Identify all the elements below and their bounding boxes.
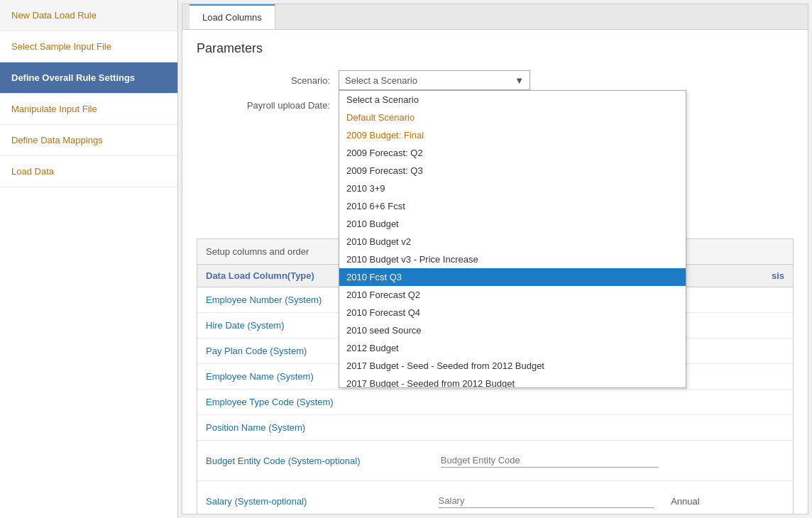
sidebar-item-label: Manipulate Input File — [11, 104, 97, 114]
tab-label: Load Columns — [202, 12, 262, 23]
sidebar-item-manipulate-input[interactable]: Manipulate Input File — [0, 94, 177, 125]
dropdown-item-13[interactable]: 2010 seed Source — [339, 321, 686, 339]
page-title: Parameters — [197, 41, 794, 56]
sidebar-item-label: Define Overall Rule Settings — [11, 72, 135, 83]
tab-load-columns[interactable]: Load Columns — [190, 4, 275, 29]
sidebar-item-define-overall-rule[interactable]: Define Overall Rule Settings — [0, 62, 177, 94]
dropdown-item-2[interactable]: 2009 Budget: Final — [339, 126, 686, 144]
scenario-select-button[interactable]: Select a Scenario ▼ — [339, 70, 530, 90]
dropdown-item-4[interactable]: 2009 Forecast: Q3 — [339, 162, 686, 180]
cell-position-name: Position Name (System) — [197, 415, 432, 440]
sidebar-item-label: Select Sample Input File — [11, 41, 111, 52]
cell-budget-entity-label: Budget Entity Code (System-optional) — [197, 448, 432, 473]
cell-position-name-extra — [667, 421, 793, 435]
salary-input[interactable] — [439, 494, 654, 508]
sidebar-item-load-data[interactable]: Load Data — [0, 156, 177, 187]
sidebar-item-define-data-mappings[interactable]: Define Data Mappings — [0, 125, 177, 156]
table-row: Position Name (System) — [197, 415, 793, 441]
cell-position-name-val — [432, 421, 667, 435]
dropdown-item-14[interactable]: 2012 Budget — [339, 339, 686, 357]
optional-row-salary: Salary (System-optional) Annual — [197, 481, 793, 514]
dropdown-item-11[interactable]: 2010 Forecast Q2 — [339, 286, 686, 304]
sidebar: New Data Load Rule Select Sample Input F… — [0, 0, 178, 518]
dropdown-item-12[interactable]: 2010 Forecast Q4 — [339, 304, 686, 321]
payroll-label: Payroll upload Date: — [197, 100, 339, 111]
optional-row-budget-entity: Budget Entity Code (System-optional) — [197, 441, 793, 481]
content-area: Parameters Scenario: Select a Scenario ▼… — [182, 30, 808, 514]
dropdown-item-16[interactable]: 2017 Budget - Seeded from 2012 Budget — [339, 375, 686, 388]
cell-employee-type-extra — [667, 395, 793, 409]
dropdown-item-3[interactable]: 2009 Forecast: Q2 — [339, 144, 686, 162]
cell-salary-suffix: Annual — [662, 489, 793, 514]
dropdown-item-7[interactable]: 2010 Budget — [339, 215, 686, 233]
cell-employee-type: Employee Type Code (System) — [197, 390, 432, 414]
cell-budget-entity-suffix — [667, 453, 793, 468]
scenario-dropdown[interactable]: Select a Scenario Default Scenario 2009 … — [339, 90, 686, 388]
dropdown-item-9[interactable]: 2010 Budget v3 - Price Increase — [339, 250, 686, 268]
dropdown-item-1[interactable]: Default Scenario — [339, 109, 686, 126]
cell-salary-input-wrapper — [430, 487, 663, 514]
table-row: Employee Type Code (System) — [197, 390, 793, 415]
dropdown-item-6[interactable]: 2010 6+6 Fcst — [339, 197, 686, 215]
dropdown-item-5[interactable]: 2010 3+9 — [339, 180, 686, 197]
dropdown-item-0[interactable]: Select a Scenario — [339, 91, 686, 109]
scenario-row: Scenario: Select a Scenario ▼ Select a S… — [197, 70, 794, 90]
cell-budget-entity-input-wrapper — [432, 446, 667, 475]
dropdown-item-15[interactable]: 2017 Budget - Seed - Seeded from 2012 Bu… — [339, 357, 686, 375]
budget-entity-input[interactable] — [441, 453, 659, 468]
sidebar-item-new-data-load-rule[interactable]: New Data Load Rule — [0, 0, 177, 31]
sidebar-item-label: Define Data Mappings — [11, 135, 103, 145]
sidebar-item-label: Load Data — [11, 166, 54, 177]
dropdown-arrow-icon: ▼ — [515, 75, 524, 86]
sidebar-item-select-sample-input[interactable]: Select Sample Input File — [0, 31, 177, 62]
main-content: Load Columns Parameters Scenario: Select… — [182, 4, 808, 514]
scenario-select-wrapper: Select a Scenario ▼ Select a Scenario De… — [339, 70, 530, 90]
tab-bar: Load Columns — [182, 4, 808, 30]
scenario-label: Scenario: — [197, 75, 339, 86]
cell-salary-label: Salary (System-optional) — [197, 489, 430, 514]
cell-employee-type-val — [432, 395, 667, 409]
dropdown-item-8[interactable]: 2010 Budget v2 — [339, 233, 686, 250]
scenario-selected-text: Select a Scenario — [345, 75, 417, 86]
dropdown-item-10[interactable]: 2010 Fcst Q3 — [339, 268, 686, 286]
sidebar-item-label: New Data Load Rule — [11, 10, 97, 21]
